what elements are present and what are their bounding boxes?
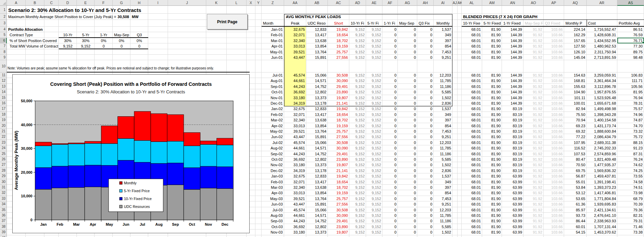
blended-cell[interactable]: 63.99 — [502, 173, 523, 179]
peak-cell[interactable]: 25,757 — [328, 49, 349, 55]
peak-cell[interactable]: 29,491 — [328, 218, 349, 224]
peak-cell[interactable]: 0 — [382, 190, 398, 196]
bar-segment[interactable] — [52, 188, 68, 220]
blended-cell[interactable]: 103.66 — [544, 185, 564, 190]
embedded-chart[interactable]: Covering Short (Peak) Position with a Po… — [12, 74, 250, 233]
peak-cell[interactable]: 9,152 — [349, 95, 366, 101]
peak-cell[interactable]: 11,186 — [434, 218, 452, 224]
blended-cell[interactable]: 89.75 — [617, 49, 644, 55]
peak-col-header[interactable]: Peak — [284, 20, 306, 27]
peak-cell[interactable]: 9,152 — [366, 213, 382, 218]
blended-cell[interactable]: 2,086,434.79 — [587, 134, 617, 140]
peak-cell[interactable]: 33,013 — [284, 190, 306, 196]
peak-cell[interactable]: 5,585 — [434, 89, 452, 95]
peak-cell[interactable]: 9,152 — [366, 218, 382, 224]
blended-cell[interactable]: 68.01 — [462, 196, 482, 201]
row-header-8[interactable]: 8 — [0, 49, 7, 55]
month-cell[interactable]: Nov-01 — [262, 95, 284, 101]
blended-cell[interactable]: 83.19 — [502, 162, 523, 168]
blended-cell[interactable]: 68.79 — [617, 196, 644, 201]
peak-cell[interactable]: 9,152 — [349, 201, 366, 207]
peak-cell[interactable]: 15,891 — [306, 201, 328, 207]
bar-segment[interactable] — [35, 189, 52, 220]
peak-cell[interactable]: 39,521 — [284, 49, 306, 55]
peak-cell[interactable]: 36,692 — [284, 224, 306, 229]
blended-col-header[interactable]: 5-Yr Fixed — [482, 20, 502, 27]
blended-cell[interactable]: 100.01 — [564, 101, 587, 106]
blended-cell[interactable]: 1,477,935.37 — [587, 162, 617, 168]
blended-cell[interactable]: 91.92 — [523, 201, 544, 207]
peak-cell[interactable]: 0 — [398, 84, 417, 89]
bar-segment[interactable] — [184, 133, 200, 146]
peak-cell[interactable]: 45,574 — [284, 207, 306, 213]
blended-cell[interactable]: 224.14 — [564, 27, 587, 32]
peak-cell[interactable]: 14,752 — [306, 84, 328, 89]
blended-cell[interactable]: 81.90 — [482, 207, 502, 213]
month-cell[interactable]: Jun-03 — [262, 201, 284, 207]
pct-covered-10yr[interactable]: 30% — [59, 38, 77, 44]
row-header-25[interactable]: 25 — [0, 151, 7, 157]
peak-cell[interactable]: 0 — [382, 27, 398, 32]
column-header-G[interactable]: G — [113, 0, 130, 6]
pct-covered-maysep[interactable]: 0% — [113, 38, 130, 44]
peak-cell[interactable]: 9,152 — [349, 151, 366, 157]
blended-cell[interactable]: 91.92 — [523, 173, 544, 179]
peak-cell[interactable]: 32,340 — [284, 117, 306, 123]
blended-cell[interactable]: 85.97 — [564, 207, 587, 213]
blended-cell[interactable]: 103.66 — [544, 32, 564, 38]
peak-cell[interactable]: 9,152 — [366, 32, 382, 38]
column-header-AQ[interactable]: AQ — [564, 0, 587, 6]
month-cell[interactable]: Sep-01 — [262, 84, 284, 89]
peak-cell[interactable]: 9,152 — [366, 73, 382, 78]
peak-cell[interactable]: 36,692 — [284, 89, 306, 95]
blended-cell[interactable]: 91.92 — [523, 207, 544, 213]
blended-cell[interactable]: 71.46 — [617, 224, 644, 229]
blended-cell[interactable]: 53.12 — [564, 190, 587, 196]
peak-cell[interactable]: 13,373 — [306, 229, 328, 235]
blended-cell[interactable]: 61.36 — [564, 201, 587, 207]
month-cell[interactable]: Feb-03 — [262, 179, 284, 185]
peak-cell[interactable]: 9,152 — [349, 185, 366, 190]
peak-cell[interactable]: 13,417 — [306, 179, 328, 185]
blended-cell[interactable]: 73.55 — [617, 173, 644, 179]
blended-cell[interactable]: 69.32 — [564, 129, 587, 134]
blended-cell[interactable]: 103.66 — [544, 129, 564, 134]
peak-cell[interactable]: 854 — [434, 123, 452, 129]
peak-cell[interactable]: 9,152 — [366, 106, 382, 111]
peak-col-header[interactable]: Q3 Fix — [417, 20, 434, 27]
peak-cell[interactable]: 15,891 — [306, 55, 328, 60]
peak-cell[interactable]: 30,508 — [328, 73, 349, 78]
peak-cell[interactable]: 45,574 — [284, 73, 306, 78]
peak-cell[interactable]: 9,152 — [349, 106, 366, 111]
blended-cell[interactable]: 91.92 — [523, 55, 544, 60]
blended-cell[interactable]: 74.70 — [617, 123, 644, 129]
peak-cell[interactable]: 9,152 — [349, 229, 366, 235]
bar-segment[interactable] — [200, 166, 216, 188]
blended-cell[interactable]: 81.90 — [482, 106, 502, 111]
blended-cell[interactable]: 103.66 — [544, 218, 564, 224]
month-cell[interactable]: May-03 — [262, 196, 284, 201]
blended-cell[interactable]: 68.01 — [462, 95, 482, 101]
peak-cell[interactable]: 0 — [382, 55, 398, 60]
month-cell[interactable]: Jul-02 — [262, 140, 284, 145]
blended-cell[interactable]: 91.92 — [523, 112, 544, 117]
blended-cell[interactable]: 1,398,343.28 — [587, 112, 617, 117]
peak-cell[interactable]: 27,556 — [328, 134, 349, 140]
peak-cell[interactable]: 0 — [417, 55, 434, 60]
bar-segment[interactable] — [184, 168, 200, 189]
sheet-title[interactable]: Scenario 2: 30% Allocation to 10-Yr and … — [8, 6, 141, 14]
blended-cell[interactable]: 77.30 — [617, 43, 644, 49]
peak-cell[interactable]: 0 — [398, 101, 417, 106]
blended-cell[interactable]: 103.66 — [544, 49, 564, 55]
blended-cell[interactable]: 81.90 — [482, 78, 502, 83]
blended-cell[interactable]: 81.90 — [482, 95, 502, 101]
month-cell[interactable]: Feb-01 — [262, 32, 284, 38]
blended-cell[interactable]: 103.66 — [544, 84, 564, 89]
blended-cell[interactable]: 83.19 — [502, 117, 523, 123]
peak-col-header[interactable]: 10-Yr Fi — [349, 20, 366, 27]
peak-cell[interactable]: 0 — [382, 84, 398, 89]
blended-cell[interactable]: 1,480,962.53 — [587, 43, 617, 49]
peak-cell[interactable]: 0 — [382, 101, 398, 106]
blended-cell[interactable]: 68.01 — [462, 224, 482, 229]
blended-cell[interactable]: 103.66 — [544, 43, 564, 49]
